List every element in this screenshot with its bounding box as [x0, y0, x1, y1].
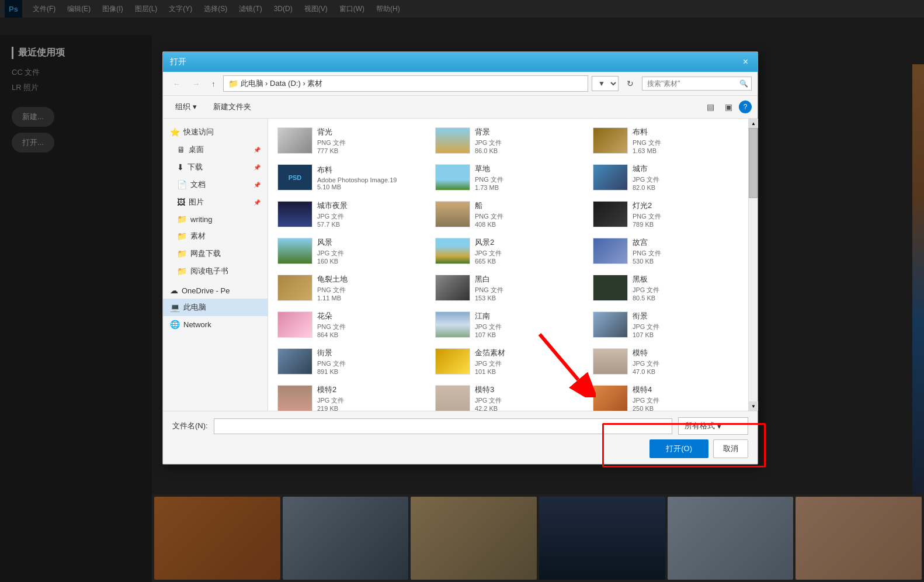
- scroll-thumb[interactable]: [749, 128, 758, 198]
- file-type-street1: JPG 文件: [633, 323, 739, 331]
- file-item-beigang[interactable]: 背光 PNG 文件 777 KB: [273, 123, 428, 158]
- nav-thispc[interactable]: 💻 此电脑: [163, 299, 268, 316]
- file-name-street2: 街景: [317, 348, 423, 358]
- file-name-beigang: 背光: [317, 127, 423, 137]
- back-button[interactable]: ←: [169, 77, 185, 91]
- file-type-street2: PNG 文件: [317, 359, 423, 368]
- nav-desktop[interactable]: 🖥 桌面 📌: [163, 141, 268, 158]
- nav-wangpan[interactable]: 📁 网盘下载: [163, 245, 268, 262]
- file-name-light2: 灯光2: [633, 200, 739, 211]
- file-item-landscape2[interactable]: 风景2 JPG 文件 665 KB: [430, 234, 586, 268]
- file-item-buliao-png[interactable]: 布料 PNG 文件 1.63 MB: [588, 123, 744, 158]
- file-item-bw[interactable]: 黑白 PNG 文件 153 KB: [430, 271, 586, 305]
- file-type-palace: PNG 文件: [633, 249, 739, 258]
- forward-button[interactable]: →: [188, 77, 204, 91]
- nav-onedrive[interactable]: ☁ OneDrive - Pe: [163, 282, 268, 299]
- filename-input[interactable]: [214, 418, 672, 434]
- nav-ebook[interactable]: 📁 阅读电子书: [163, 262, 268, 280]
- file-info-blackboard: 黑板 JPG 文件 80.5 KB: [633, 274, 739, 302]
- path-dropdown[interactable]: ▼: [592, 76, 619, 91]
- file-thumb-light2: [593, 201, 628, 227]
- layout-icon-button[interactable]: ▣: [721, 99, 737, 115]
- dialog-titlebar: 打开 ×: [163, 52, 758, 72]
- file-thumb-buliao-psd: PSD: [277, 164, 312, 190]
- file-item-light2[interactable]: 灯光2 PNG 文件 789 KB: [588, 197, 744, 231]
- nav-pictures[interactable]: 🖼 图片 📌: [163, 193, 268, 211]
- file-name-crack: 龟裂土地: [317, 274, 423, 285]
- nav-downloads[interactable]: ⬇ 下载 📌: [163, 158, 268, 176]
- file-size-street1: 107 KB: [633, 331, 739, 338]
- file-type-model4: JPG 文件: [633, 396, 739, 405]
- scrollbar[interactable]: ▲ ▼: [748, 119, 758, 411]
- file-type-crack: PNG 文件: [317, 286, 423, 295]
- scroll-track[interactable]: [749, 128, 758, 401]
- file-thumb-bw: [435, 275, 470, 301]
- file-item-blackboard[interactable]: 黑板 JPG 文件 80.5 KB: [588, 271, 744, 305]
- file-size-nightcity: 57.7 KB: [317, 221, 423, 228]
- file-thumb-palace: [593, 238, 628, 264]
- file-item-model[interactable]: 模特 JPG 文件 47.0 KB: [588, 344, 744, 379]
- file-size-flower: 864 KB: [317, 331, 423, 338]
- organize-button[interactable]: 组织 ▾: [169, 99, 203, 115]
- cancel-button[interactable]: 取消: [713, 439, 748, 458]
- scroll-down-button[interactable]: ▼: [749, 401, 758, 411]
- writing-icon: 📁: [177, 214, 187, 224]
- file-info-buliao-png: 布料 PNG 文件 1.63 MB: [633, 127, 739, 154]
- file-item-boat[interactable]: 船 PNG 文件 408 KB: [430, 197, 586, 231]
- network-icon: 🌐: [170, 320, 180, 329]
- file-item-model2[interactable]: 模特2 JPG 文件 219 KB: [273, 381, 428, 411]
- nav-network[interactable]: 🌐 Network: [163, 316, 268, 332]
- file-size-chengshi: 82.0 KB: [633, 184, 739, 191]
- file-item-palace[interactable]: 故宫 PNG 文件 530 KB: [588, 234, 744, 268]
- file-name-blackboard: 黑板: [633, 274, 739, 285]
- file-item-nightcity[interactable]: 城市夜景 JPG 文件 57.7 KB: [273, 197, 428, 231]
- file-item-caodi[interactable]: 草地 PNG 文件 1.73 MB: [430, 160, 586, 195]
- file-size-model4: 250 KB: [633, 405, 739, 411]
- quick-access-section: ⭐ 快速访问 🖥 桌面 📌 ⬇ 下载 📌 📄 文档 📌: [163, 123, 268, 280]
- file-item-street2[interactable]: 街景 PNG 文件 891 KB: [273, 344, 428, 379]
- help-button[interactable]: ?: [739, 101, 752, 113]
- up-button[interactable]: ↑: [207, 77, 220, 91]
- file-info-crack: 龟裂土地 PNG 文件 1.11 MB: [317, 274, 423, 302]
- nav-quick-access: ⭐ 快速访问: [163, 123, 268, 141]
- nav-writing[interactable]: 📁 writing: [163, 211, 268, 227]
- file-item-chengshi[interactable]: 城市 JPG 文件 82.0 KB: [588, 160, 744, 195]
- address-path[interactable]: 📁 此电脑 › Data (D:) › 素材: [223, 75, 589, 92]
- file-name-bw: 黑白: [475, 274, 581, 285]
- refresh-button[interactable]: ↻: [622, 77, 638, 91]
- path-text: 此电脑 › Data (D:) › 素材: [241, 78, 323, 89]
- file-info-beijing: 背景 JPG 文件 86.0 KB: [475, 127, 581, 154]
- nav-desktop-pin: 📌: [253, 147, 260, 153]
- file-item-crack[interactable]: 龟裂土地 PNG 文件 1.11 MB: [273, 271, 428, 305]
- file-thumb-gold: [435, 348, 470, 375]
- file-item-flower[interactable]: 花朵 PNG 文件 864 KB: [273, 307, 428, 342]
- file-thumb-caodi: [435, 164, 470, 190]
- search-input[interactable]: [642, 77, 752, 91]
- file-type-caodi: PNG 文件: [475, 175, 581, 184]
- nav-sucai[interactable]: 📁 素材: [163, 227, 268, 245]
- file-item-model4[interactable]: 模特4 JPG 文件 250 KB: [588, 381, 744, 411]
- file-item-buliao-psd[interactable]: PSD 布料 Adobe Photoshop Image.19 5.10 MB: [273, 160, 428, 195]
- new-folder-button[interactable]: 新建文件夹: [207, 99, 258, 115]
- file-size-landscape: 160 KB: [317, 258, 423, 265]
- file-item-landscape[interactable]: 风景 JPG 文件 160 KB: [273, 234, 428, 268]
- file-name-boat: 船: [475, 200, 581, 211]
- onedrive-icon: ☁: [170, 286, 178, 295]
- file-thumb-blackboard: [593, 275, 628, 301]
- downloads-icon: ⬇: [177, 162, 184, 172]
- nav-onedrive-label: OneDrive - Pe: [182, 286, 230, 295]
- file-info-beigang: 背光 PNG 文件 777 KB: [317, 127, 423, 154]
- file-size-blackboard: 80.5 KB: [633, 295, 739, 302]
- dialog-close-button[interactable]: ×: [741, 57, 751, 67]
- nav-panel: ⭐ 快速访问 🖥 桌面 📌 ⬇ 下载 📌 📄 文档 📌: [163, 119, 268, 411]
- file-info-flower: 花朵 PNG 文件 864 KB: [317, 311, 423, 338]
- file-item-beijing[interactable]: 背景 JPG 文件 86.0 KB: [430, 123, 586, 158]
- scroll-up-button[interactable]: ▲: [749, 119, 758, 128]
- file-info-light2: 灯光2 PNG 文件 789 KB: [633, 200, 739, 228]
- open-file-button[interactable]: 打开(O): [649, 439, 708, 458]
- format-dropdown[interactable]: 所有格式 ▾: [678, 417, 748, 435]
- file-item-street1[interactable]: 衔景 JPG 文件 107 KB: [588, 307, 744, 342]
- view-icon-button[interactable]: ▤: [703, 99, 718, 115]
- nav-documents[interactable]: 📄 文档 📌: [163, 176, 268, 193]
- file-thumb-jiangnan: [435, 311, 470, 338]
